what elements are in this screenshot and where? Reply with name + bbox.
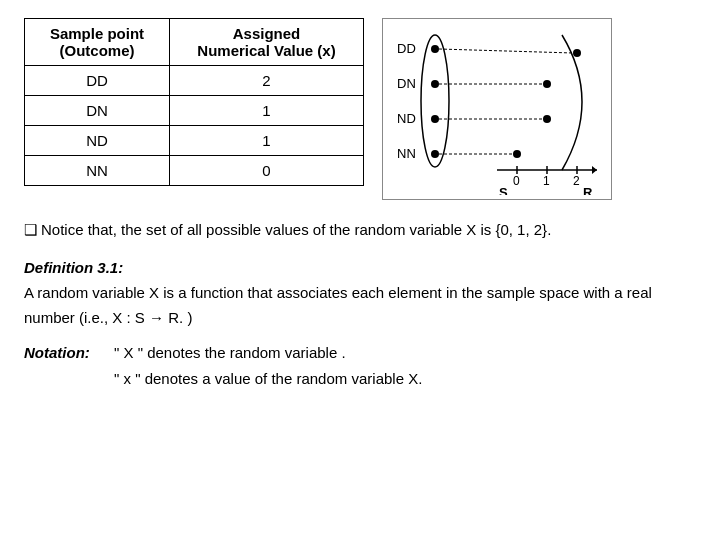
notice-block: Notice that, the set of all possible val… <box>24 218 696 242</box>
svg-point-20 <box>513 150 521 158</box>
value-cell: 2 <box>170 66 364 96</box>
svg-text:1: 1 <box>543 174 550 188</box>
svg-point-19 <box>543 115 551 123</box>
svg-line-21 <box>439 49 573 53</box>
table-row: NN 0 <box>25 156 364 186</box>
svg-text:R: R <box>583 185 593 195</box>
notation-block: Notation: " X " denotes the random varia… <box>24 340 696 391</box>
col1-header: Sample point (Outcome) <box>25 19 170 66</box>
definition-title: Definition 3.1: <box>24 259 123 276</box>
svg-point-4 <box>431 45 439 53</box>
col2-header: Assigned Numerical Value (x) <box>170 19 364 66</box>
svg-text:2: 2 <box>573 174 580 188</box>
svg-point-17 <box>573 49 581 57</box>
svg-point-18 <box>543 80 551 88</box>
notation-line1: " X " denotes the random variable . <box>114 340 422 366</box>
notice-text: Notice that, the set of all possible val… <box>41 221 551 238</box>
svg-point-8 <box>421 35 449 167</box>
notice-bullet <box>24 221 41 238</box>
notation-content: " X " denotes the random variable . " x … <box>114 340 422 391</box>
table-row: ND 1 <box>25 126 364 156</box>
svg-text:S: S <box>499 185 508 195</box>
top-section: Sample point (Outcome) Assigned Numerica… <box>24 18 696 200</box>
svg-text:DN: DN <box>397 76 416 91</box>
outcome-cell: NN <box>25 156 170 186</box>
table-row: DD 2 <box>25 66 364 96</box>
svg-point-5 <box>431 80 439 88</box>
diagram: DD DN ND NN 0 1 2 <box>382 18 612 200</box>
svg-text:NN: NN <box>397 146 416 161</box>
table-row: DN 1 <box>25 96 364 126</box>
outcome-cell: DN <box>25 96 170 126</box>
notation-label: Notation: <box>24 340 106 391</box>
outcome-cell: ND <box>25 126 170 156</box>
diagram-svg: DD DN ND NN 0 1 2 <box>387 25 607 195</box>
definition-text: A random variable X is a function that a… <box>24 284 652 326</box>
svg-marker-10 <box>592 166 597 174</box>
svg-text:0: 0 <box>513 174 520 188</box>
notation-line2: " x " denotes a value of the random vari… <box>114 366 422 392</box>
definition-block: Definition 3.1: A random variable X is a… <box>24 256 696 330</box>
svg-text:DD: DD <box>397 41 416 56</box>
value-cell: 0 <box>170 156 364 186</box>
svg-text:ND: ND <box>397 111 416 126</box>
svg-point-7 <box>431 150 439 158</box>
svg-point-6 <box>431 115 439 123</box>
outcome-cell: DD <box>25 66 170 96</box>
sample-table: Sample point (Outcome) Assigned Numerica… <box>24 18 364 186</box>
value-cell: 1 <box>170 126 364 156</box>
value-cell: 1 <box>170 96 364 126</box>
